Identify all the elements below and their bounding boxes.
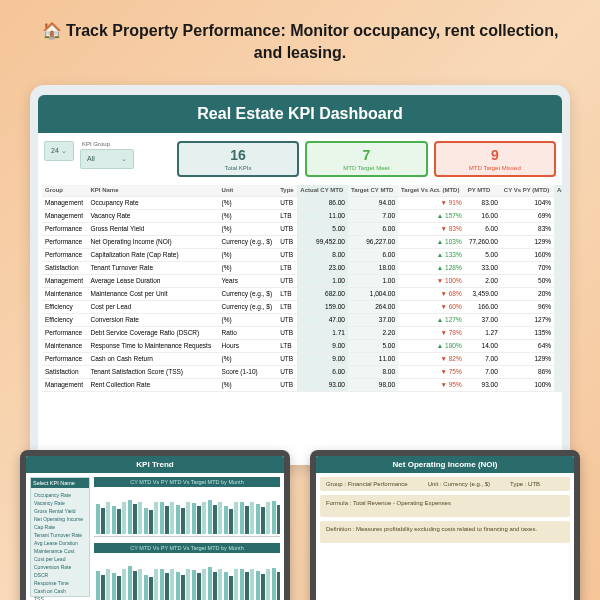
noi-definition: Definition : Measures profitability excl… (320, 521, 570, 543)
col-group[interactable]: Group (42, 185, 87, 197)
filter-item[interactable]: Gross Rental Yield (34, 507, 86, 515)
cell-actual: 23.00 (297, 261, 348, 274)
bar (117, 509, 121, 534)
cell-unit: Years (219, 274, 278, 287)
col-actual-ytd[interactable]: Actual CY YTD (554, 185, 562, 197)
cell-cypy: 86% (501, 365, 554, 378)
cell-actual: 93.00 (297, 378, 348, 391)
cell-type: UTB (277, 196, 297, 209)
cell-py: 14.00 (465, 339, 501, 352)
bar (208, 500, 212, 534)
bar (250, 569, 254, 600)
filter-item[interactable]: TSS (34, 595, 86, 600)
cell-actual: 682.00 (297, 287, 348, 300)
cell-target: 37.00 (348, 313, 398, 326)
period-dropdown[interactable]: 24 ⌄ (44, 141, 74, 161)
bar (181, 575, 185, 600)
filter-item[interactable]: DSCR (34, 571, 86, 579)
bar (117, 576, 121, 600)
table-row[interactable]: SatisfactionTenant Turnover Rate(%)LTB23… (42, 261, 562, 274)
filter-item[interactable]: Vacancy Rate (34, 499, 86, 507)
col-tva[interactable]: Target Vs Act. (MTD) (398, 185, 465, 197)
period-value: 24 (51, 147, 59, 154)
bar (165, 573, 169, 600)
filter-item[interactable]: Conversion Rate (34, 563, 86, 571)
filter-item[interactable]: Cost per Lead (34, 555, 86, 563)
cell-target: 1.00 (348, 274, 398, 287)
cell-unit: Score (1-10) (219, 365, 278, 378)
filter-item[interactable]: Avg Lease Duration (34, 539, 86, 547)
cell-tva: ▼ 68% (398, 287, 465, 300)
table-row[interactable]: PerformanceDebt Service Coverage Ratio (… (42, 326, 562, 339)
table-row[interactable]: ManagementVacancy Rate(%)LTB11.007.00▲ 1… (42, 209, 562, 222)
table-row[interactable]: ManagementOccupancy Rate(%)UTB86.0094.00… (42, 196, 562, 209)
page-headline: 🏠 Track Property Performance: Monitor oc… (0, 0, 600, 75)
bar (101, 508, 105, 534)
cell-group: Performance (42, 248, 87, 261)
bar-group (128, 491, 142, 534)
filter-item[interactable]: Occupancy Rate (34, 491, 86, 499)
filter-item[interactable]: Response Time (34, 579, 86, 587)
col-py-mtd[interactable]: PY MTD (465, 185, 501, 197)
cell-tva: ▲ 128% (398, 261, 465, 274)
cell-ytd: 2,453.00 (554, 287, 562, 300)
bar-group (256, 491, 270, 534)
filter-item[interactable]: Tenant Turnover Rate (34, 531, 86, 539)
kpi-card-meet: 7 MTD Target Meet (305, 141, 427, 177)
col-unit[interactable]: Unit (219, 185, 278, 197)
table-row[interactable]: PerformanceCapitalization Rate (Cap Rate… (42, 248, 562, 261)
cell-target: 98.00 (348, 378, 398, 391)
filter-item[interactable]: Cash on Cash (34, 587, 86, 595)
cell-tva: ▼ 75% (398, 365, 465, 378)
noi-group: Group : Financial Performance (326, 481, 408, 487)
col-name[interactable]: KPI Name (87, 185, 218, 197)
filter-item[interactable]: Net Operating Income (34, 515, 86, 523)
bar-group (240, 491, 254, 534)
bar (240, 502, 244, 534)
table-row[interactable]: EfficiencyConversion Rate(%)UTB47.0037.0… (42, 313, 562, 326)
table-row[interactable]: EfficiencyCost per LeadCurrency (e.g., $… (42, 300, 562, 313)
bar (197, 573, 201, 600)
bar (112, 573, 116, 600)
bar-group (192, 491, 206, 534)
table-row[interactable]: PerformanceNet Operating Income (NOI)Cur… (42, 235, 562, 248)
table-row[interactable]: ManagementRent Collection Rate(%)UTB93.0… (42, 378, 562, 391)
cell-group: Performance (42, 326, 87, 339)
bar (138, 569, 142, 600)
cell-ytd: 190.00 (554, 300, 562, 313)
table-row[interactable]: ManagementAverage Lease DurationYearsUTB… (42, 274, 562, 287)
cell-target: 5.00 (348, 339, 398, 352)
kpi-group-dropdown[interactable]: All ⌄ (80, 149, 134, 169)
col-type[interactable]: Type (277, 185, 297, 197)
cell-ytd: 80,912.00 (554, 235, 562, 248)
bar-group (224, 557, 238, 600)
table-row[interactable]: PerformanceCash on Cash Return(%)UTB9.00… (42, 352, 562, 365)
table-row[interactable]: SatisfactionTenant Satisfaction Score (T… (42, 365, 562, 378)
chart1-title: CY MTD Vs PY MTD Vs Target MTD by Month (94, 477, 280, 487)
chart-1 (94, 489, 280, 537)
cell-py: 7.00 (465, 352, 501, 365)
col-actual-mtd[interactable]: Actual CY MTD (297, 185, 348, 197)
cell-actual: 86.00 (297, 196, 348, 209)
kpi-select-panel[interactable]: Select KPI Name Occupancy RateVacancy Ra… (30, 477, 90, 597)
cell-type: UTB (277, 222, 297, 235)
col-target-mtd[interactable]: Target CY MTD (348, 185, 398, 197)
bar (218, 569, 222, 600)
cell-actual: 11.00 (297, 209, 348, 222)
cell-name: Rent Collection Rate (87, 378, 218, 391)
dashboard-title: Real Estate KPI Dashboard (38, 95, 562, 133)
bar-group (272, 491, 280, 534)
filter-item[interactable]: Cap Rate (34, 523, 86, 531)
filter-item[interactable]: Maintenance Cost (34, 547, 86, 555)
table-row[interactable]: MaintenanceMaintenance Cost per UnitCurr… (42, 287, 562, 300)
cell-cypy: 50% (501, 274, 554, 287)
table-row[interactable]: MaintenanceResponse Time to Maintenance … (42, 339, 562, 352)
cell-name: Vacancy Rate (87, 209, 218, 222)
cell-group: Management (42, 274, 87, 287)
cell-cypy: 104% (501, 196, 554, 209)
table-row[interactable]: PerformanceGross Rental Yield(%)UTB5.006… (42, 222, 562, 235)
bar (272, 501, 276, 534)
bar-group (160, 557, 174, 600)
col-cy-vs-py[interactable]: CY Vs PY (MTD) (501, 185, 554, 197)
cell-name: Cost per Lead (87, 300, 218, 313)
